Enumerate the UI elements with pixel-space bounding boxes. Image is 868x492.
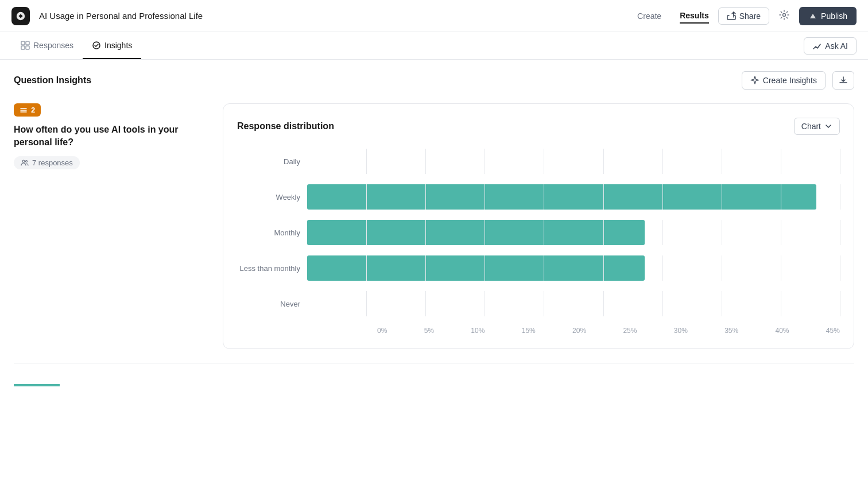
bar-wrapper [307, 184, 840, 210]
bar [307, 220, 645, 245]
publish-button[interactable]: Publish [799, 7, 857, 25]
tab-results[interactable]: Results [680, 9, 709, 24]
responses-count: 7 responses [32, 158, 73, 167]
bar-label: Monthly [237, 228, 300, 237]
svg-rect-6 [26, 46, 29, 49]
bar-wrapper [307, 255, 840, 281]
app-logo [11, 7, 30, 25]
gear-icon [778, 9, 790, 21]
x-axis-label: 20% [572, 327, 586, 335]
create-insights-button[interactable]: Create Insights [742, 71, 826, 90]
page-header: Question Insights Create Insights [14, 71, 854, 90]
x-axis-label: 30% [674, 327, 688, 335]
bar-label: Weekly [237, 193, 300, 202]
x-axis-label: 5% [424, 327, 434, 335]
question-number: 2 [31, 106, 35, 114]
tab-insights[interactable]: Insights [83, 32, 141, 59]
chart-bar-row: Less than monthly [237, 255, 840, 281]
svg-point-12 [26, 161, 28, 162]
svg-rect-4 [26, 41, 29, 45]
question-number-badge: 2 [14, 103, 41, 117]
bar-wrapper [307, 149, 840, 174]
svg-point-11 [22, 160, 25, 162]
top-navigation: AI Usage in Personal and Professional Li… [0, 0, 868, 32]
question-sidebar: 2 How often do you use AI tools in your … [14, 103, 209, 169]
page-title: Question Insights [14, 75, 91, 86]
users-icon [21, 158, 29, 166]
x-axis: 0%5%10%15%20%25%30%35%40%45% [237, 327, 840, 335]
sparkle-icon [750, 76, 760, 85]
chart-header: Response distribution Chart [237, 118, 840, 135]
x-axis-labels: 0%5%10%15%20%25%30%35%40%45% [377, 327, 840, 335]
share-icon [727, 11, 736, 21]
download-icon [839, 76, 848, 85]
chart-title: Response distribution [237, 121, 334, 131]
bar-wrapper [307, 220, 840, 245]
svg-point-2 [783, 14, 786, 17]
svg-rect-5 [21, 46, 25, 49]
bar [307, 255, 645, 281]
x-axis-label: 15% [522, 327, 536, 335]
ask-ai-button[interactable]: Ask AI [804, 37, 857, 55]
x-axis-label: 0% [377, 327, 387, 335]
app-title: AI Usage in Personal and Professional Li… [39, 11, 628, 21]
chart-bar-row: Weekly [237, 184, 840, 210]
bar-label: Less than monthly [237, 264, 300, 273]
chevron-down-icon [824, 122, 832, 130]
chart-bar-row: Daily [237, 149, 840, 174]
publish-icon [808, 11, 817, 21]
share-button[interactable]: Share [718, 7, 769, 25]
bar-label: Daily [237, 157, 300, 166]
question-text: How often do you use AI tools in your pe… [14, 123, 209, 149]
ai-icon [812, 41, 822, 51]
tab-responses[interactable]: Responses [11, 32, 83, 59]
bottom-bar-decoration [14, 384, 60, 386]
grid-icon [21, 41, 30, 50]
x-axis-label: 35% [724, 327, 738, 335]
chart-bar-row: Monthly [237, 220, 840, 245]
chart-card: Response distribution Chart DailyWeeklyM… [223, 103, 854, 349]
insights-icon [92, 41, 101, 50]
next-card-hint [14, 363, 854, 386]
header-actions: Create Insights [742, 71, 854, 90]
download-button[interactable] [832, 71, 854, 90]
x-axis-label: 45% [826, 327, 840, 335]
chart-bar-row: Never [237, 291, 840, 316]
bar-wrapper [307, 291, 840, 316]
settings-button[interactable] [776, 7, 792, 25]
chart-type-selector[interactable]: Chart [794, 118, 840, 135]
question-section: 2 How often do you use AI tools in your … [14, 103, 854, 349]
bar-chart: DailyWeeklyMonthlyLess than monthlyNever… [237, 149, 840, 335]
svg-rect-3 [21, 41, 25, 45]
bar-label: Never [237, 300, 300, 308]
x-axis-label: 40% [776, 327, 789, 335]
list-icon [20, 106, 28, 114]
tab-create[interactable]: Create [637, 9, 661, 24]
nav-actions: Share Publish [718, 7, 857, 25]
nav-tabs: Create Results [637, 9, 709, 24]
x-axis-label: 10% [471, 327, 485, 335]
x-axis-label: 25% [623, 327, 637, 335]
chart-rows: DailyWeeklyMonthlyLess than monthlyNever [237, 149, 840, 316]
bar [307, 184, 816, 210]
main-content: Question Insights Create Insights [0, 60, 868, 398]
sub-navigation: Responses Insights Ask AI [0, 32, 868, 60]
responses-badge: 7 responses [14, 156, 80, 169]
